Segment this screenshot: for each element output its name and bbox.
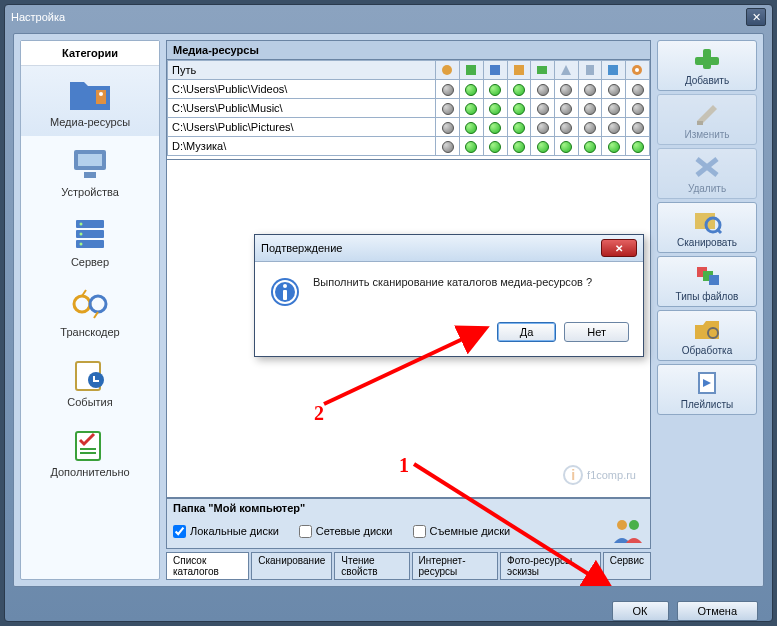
tab-Список-каталогов[interactable]: Список каталогов (166, 552, 249, 580)
flag-cell (507, 99, 531, 118)
check-Локальные-диски[interactable]: Локальные диски (173, 525, 279, 538)
svg-rect-32 (695, 57, 719, 65)
svg-point-28 (635, 68, 639, 72)
advanced-icon (66, 424, 114, 464)
right-button-сканировать[interactable]: Сканировать (657, 202, 757, 253)
flag-cell (507, 80, 531, 99)
flag-cell (626, 137, 650, 156)
dialog-close-icon[interactable]: ✕ (601, 239, 637, 257)
sidebar-item-devices[interactable]: Устройства (21, 136, 159, 206)
svg-line-38 (717, 229, 721, 233)
folder-media-icon (66, 74, 114, 114)
right-button-label: Изменить (684, 129, 729, 140)
tab-Интернет-ресурсы[interactable]: Интернет-ресурсы (412, 552, 499, 580)
flag-cell (602, 118, 626, 137)
svg-point-11 (74, 296, 90, 312)
flag-cell (483, 80, 507, 99)
right-button-label: Плейлисты (681, 399, 733, 410)
col-path[interactable]: Путь (168, 61, 436, 80)
categories-sidebar: Категории Медиа-ресурсы Устройства Серве… (20, 40, 160, 580)
close-icon[interactable]: ✕ (746, 8, 766, 26)
table-row[interactable]: C:\Users\Public\Pictures\ (168, 118, 650, 137)
tab-Сервис[interactable]: Сервис (603, 552, 651, 580)
dialog-no-button[interactable]: Нет (564, 322, 629, 342)
svg-rect-16 (95, 380, 99, 382)
right-button-icon (691, 153, 723, 181)
dialog-titlebar[interactable]: Подтверждение ✕ (255, 235, 643, 262)
right-button-добавить[interactable]: Добавить (657, 40, 757, 91)
tab-Фото-ресурсы-эскизы[interactable]: Фото-ресурсы, эскизы (500, 552, 601, 580)
col-flag-icon[interactable] (555, 61, 579, 80)
right-button-icon (691, 207, 723, 235)
svg-point-10 (80, 243, 83, 246)
check-Сетевые-диски[interactable]: Сетевые диски (299, 525, 393, 538)
svg-point-9 (80, 233, 83, 236)
svg-point-20 (442, 65, 452, 75)
flag-cell (436, 118, 460, 137)
col-flag-icon[interactable] (602, 61, 626, 80)
flag-cell (483, 118, 507, 137)
sidebar-item-media[interactable]: Медиа-ресурсы (21, 66, 159, 136)
right-button-плейлисты[interactable]: Плейлисты (657, 364, 757, 415)
col-flag-icon[interactable] (436, 61, 460, 80)
col-flag-icon[interactable] (460, 61, 484, 80)
dialog-yes-button[interactable]: Да (497, 322, 557, 342)
right-button-удалить: Удалить (657, 148, 757, 199)
sidebar-item-advanced[interactable]: Дополнительно (21, 416, 159, 486)
tab-Сканирование[interactable]: Сканирование (251, 552, 332, 580)
svg-rect-3 (84, 172, 96, 178)
annotation-label-2: 2 (314, 402, 324, 425)
right-button-обработка[interactable]: Обработка (657, 310, 757, 361)
flag-cell (602, 99, 626, 118)
flag-cell (507, 137, 531, 156)
check-Съемные-диски[interactable]: Съемные диски (413, 525, 511, 538)
col-flag-icon[interactable] (483, 61, 507, 80)
svg-rect-25 (586, 65, 594, 75)
dialog-title: Подтверждение (261, 242, 342, 254)
table-row[interactable]: D:\Музика\ (168, 137, 650, 156)
flag-cell (531, 118, 555, 137)
svg-rect-17 (76, 432, 100, 460)
right-button-icon (691, 369, 723, 397)
right-button-типы файлов[interactable]: Типы файлов (657, 256, 757, 307)
sidebar-item-events[interactable]: События (21, 346, 159, 416)
svg-rect-49 (283, 290, 287, 300)
right-button-label: Обработка (682, 345, 732, 356)
paths-grid: Путь C:\Users\Public\Videos\C:\ (166, 60, 651, 160)
flag-cell (460, 99, 484, 118)
flag-cell (460, 137, 484, 156)
confirm-dialog: Подтверждение ✕ Выполнить сканирование к… (254, 234, 644, 357)
cancel-button[interactable]: Отмена (677, 601, 758, 621)
ok-button[interactable]: ОК (612, 601, 669, 621)
titlebar[interactable]: Настройка ✕ (5, 5, 772, 29)
bottom-tabs: Список каталоговСканированиеЧтение свойс… (166, 552, 651, 580)
svg-point-12 (90, 296, 106, 312)
col-flag-icon[interactable] (531, 61, 555, 80)
svg-rect-41 (709, 275, 719, 285)
sidebar-item-label: Медиа-ресурсы (50, 116, 130, 128)
checkbox[interactable] (299, 525, 312, 538)
flag-cell (602, 137, 626, 156)
window-title: Настройка (11, 11, 65, 23)
tab-Чтение-свойств[interactable]: Чтение свойств (334, 552, 409, 580)
col-flag-icon[interactable] (578, 61, 602, 80)
flag-cell (626, 99, 650, 118)
devices-icon (66, 144, 114, 184)
table-row[interactable]: C:\Users\Public\Videos\ (168, 80, 650, 99)
sidebar-item-transcoder[interactable]: Транскодер (21, 276, 159, 346)
sidebar-item-label: Устройства (61, 186, 119, 198)
flag-cell (578, 137, 602, 156)
col-flag-icon[interactable] (626, 61, 650, 80)
col-flag-icon[interactable] (507, 61, 531, 80)
settings-window: Настройка ✕ Категории Медиа-ресурсы Устр… (4, 4, 773, 622)
svg-rect-15 (93, 376, 95, 382)
checkbox[interactable] (413, 525, 426, 538)
flag-cell (578, 80, 602, 99)
sidebar-item-server[interactable]: Сервер (21, 206, 159, 276)
table-row[interactable]: C:\Users\Public\Music\ (168, 99, 650, 118)
transcoder-icon (66, 284, 114, 324)
sidebar-item-label: Дополнительно (50, 466, 129, 478)
checkbox[interactable] (173, 525, 186, 538)
people-icon[interactable] (612, 517, 644, 545)
svg-rect-22 (490, 65, 500, 75)
